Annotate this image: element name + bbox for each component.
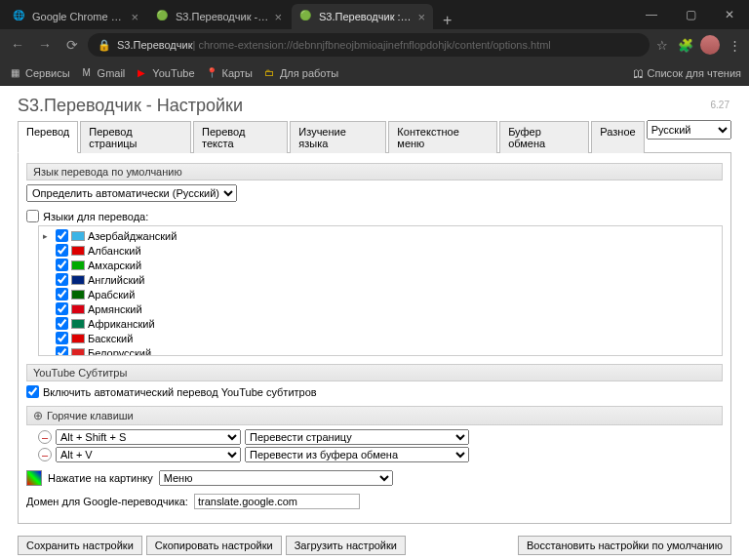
copy-settings-button[interactable]: Скопировать настройки xyxy=(146,536,282,555)
youtube-bookmark[interactable]: ▶YouTube xyxy=(135,66,194,80)
new-tab-button[interactable]: + xyxy=(435,12,459,29)
language-checkbox[interactable] xyxy=(56,317,68,330)
youtube-subtitles-checkbox[interactable] xyxy=(26,385,39,398)
language-name: Африканский xyxy=(88,318,155,330)
language-checkbox[interactable] xyxy=(56,332,68,344)
hotkeys-section: Горячие клавиши xyxy=(26,406,723,425)
language-name: Английский xyxy=(88,274,145,286)
browser-tabs: 🌐Google Chrome — загрузка акт× 🟢S3.Перев… xyxy=(0,0,632,29)
image-click-select[interactable]: Меню xyxy=(159,470,393,486)
remove-hotkey-button[interactable]: – xyxy=(38,430,52,444)
language-checkbox[interactable] xyxy=(56,273,68,286)
gmail-bookmark[interactable]: MGmail xyxy=(80,66,126,80)
tab-clipboard[interactable]: Буфер обмена xyxy=(499,121,589,153)
language-item[interactable]: Белорусский xyxy=(41,345,720,356)
language-checkbox[interactable] xyxy=(56,229,68,242)
browser-tab-1[interactable]: 🟢S3.Переводчик - Интернет-маг× xyxy=(148,4,290,29)
extension-icon[interactable]: 🧩 xyxy=(677,36,694,54)
forward-button[interactable]: → xyxy=(33,33,57,57)
language-item[interactable]: Армянский xyxy=(41,301,720,316)
hotkey-action-select-1[interactable]: Перевести из буфера обмена xyxy=(245,447,469,462)
reload-button[interactable]: ⟳ xyxy=(60,33,84,57)
close-icon[interactable]: × xyxy=(274,10,282,24)
default-lang-section: Язык перевода по умолчанию xyxy=(26,163,723,180)
folder-icon: 🗀 xyxy=(262,66,276,80)
hotkey-key-select-0[interactable]: Alt + Shift + S xyxy=(56,429,241,445)
flag-icon xyxy=(71,290,85,300)
language-item[interactable]: ▸Азербайджанский xyxy=(41,228,720,243)
address-bar[interactable]: 🔒 S3.Переводчик | chrome-extension://deb… xyxy=(88,33,650,57)
image-icon xyxy=(26,470,42,486)
language-checkbox[interactable] xyxy=(56,288,68,300)
language-item[interactable]: Албанский xyxy=(41,243,720,258)
browser-tab-2[interactable]: 🟢S3.Переводчик :: Настройки× xyxy=(292,4,433,29)
language-item[interactable]: Английский xyxy=(41,272,720,287)
apps-icon: ▦ xyxy=(8,66,21,80)
reading-list[interactable]: 🕮Список для чтения xyxy=(633,67,741,79)
language-checkbox[interactable] xyxy=(56,346,68,356)
close-window-button[interactable]: ✕ xyxy=(710,0,749,29)
tab-context-menu[interactable]: Контекстное меню xyxy=(388,121,497,153)
youtube-section: YouTube Субтитры xyxy=(26,364,723,381)
langs-for-label: Языки для перевода: xyxy=(43,211,148,222)
tab-misc[interactable]: Разное xyxy=(591,121,644,153)
page-title: S3.Переводчик - Настройки xyxy=(18,96,731,116)
language-item[interactable]: Арабский xyxy=(41,287,720,301)
hotkey-action-select-0[interactable]: Перевести страницу xyxy=(245,429,469,445)
favicon-icon: 🌐 xyxy=(13,10,26,23)
image-click-label: Нажатие на картинку xyxy=(48,472,153,484)
flag-icon xyxy=(71,260,85,270)
hotkey-key-select-1[interactable]: Alt + V xyxy=(56,447,241,462)
close-icon[interactable]: × xyxy=(417,10,425,24)
favicon-icon: 🟢 xyxy=(299,10,313,23)
language-checkbox[interactable] xyxy=(56,302,68,315)
maximize-button[interactable]: ▢ xyxy=(671,0,710,29)
language-list[interactable]: ▸АзербайджанскийАлбанскийАмхарскийАнглий… xyxy=(38,225,723,356)
ui-language-select[interactable]: Русский xyxy=(647,120,731,140)
tab-perevod[interactable]: Перевод xyxy=(18,121,78,153)
reset-button[interactable]: Восстановить настройки по умолчанию xyxy=(518,536,731,555)
gmail-icon: M xyxy=(80,66,94,80)
maps-icon: 📍 xyxy=(205,66,218,80)
domain-input[interactable] xyxy=(194,494,360,509)
language-name: Баскский xyxy=(88,333,133,344)
load-settings-button[interactable]: Загрузить настройки xyxy=(286,536,406,555)
language-item[interactable]: Амхарский xyxy=(41,258,720,272)
domain-label: Домен для Google-переводчика: xyxy=(26,496,188,507)
flag-icon xyxy=(71,275,85,285)
language-name: Азербайджанский xyxy=(88,230,177,242)
flag-icon xyxy=(71,304,85,314)
language-name: Белорусский xyxy=(88,347,151,357)
close-icon[interactable]: × xyxy=(131,10,138,24)
flag-icon xyxy=(71,231,85,241)
flag-icon xyxy=(71,348,85,357)
default-lang-select[interactable]: Определить автоматически (Русский) xyxy=(26,184,237,202)
language-checkbox[interactable] xyxy=(56,259,68,271)
language-item[interactable]: Африканский xyxy=(41,316,720,331)
youtube-subtitles-label: Включить автоматический перевод YouTube … xyxy=(43,386,317,398)
back-button[interactable]: ← xyxy=(6,33,29,57)
language-name: Амхарский xyxy=(88,260,141,271)
minimize-button[interactable]: — xyxy=(632,0,671,29)
language-checkbox[interactable] xyxy=(56,244,68,257)
language-item[interactable]: Баскский xyxy=(41,331,720,345)
list-icon: 🕮 xyxy=(633,67,644,79)
menu-icon[interactable]: ⋮ xyxy=(726,36,743,54)
flag-icon xyxy=(71,246,85,256)
language-name: Армянский xyxy=(88,303,142,315)
version-label: 6.27 xyxy=(711,100,729,110)
tab-perevod-stranicy[interactable]: Перевод страницы xyxy=(80,121,191,153)
star-icon[interactable]: ☆ xyxy=(653,36,671,54)
flag-icon xyxy=(71,319,85,329)
work-bookmark[interactable]: 🗀Для работы xyxy=(262,66,338,80)
save-button[interactable]: Сохранить настройки xyxy=(18,536,142,555)
apps-bookmark[interactable]: ▦Сервисы xyxy=(8,66,70,80)
browser-tab-0[interactable]: 🌐Google Chrome — загрузка акт× xyxy=(5,4,146,29)
profile-avatar[interactable] xyxy=(700,35,720,55)
langs-for-checkbox[interactable] xyxy=(26,210,39,222)
remove-hotkey-button[interactable]: – xyxy=(38,448,52,461)
favicon-icon: 🟢 xyxy=(156,10,170,23)
maps-bookmark[interactable]: 📍Карты xyxy=(205,66,253,80)
tab-perevod-teksta[interactable]: Перевод текста xyxy=(193,121,288,153)
tab-izuchenie[interactable]: Изучение языка xyxy=(290,121,386,153)
